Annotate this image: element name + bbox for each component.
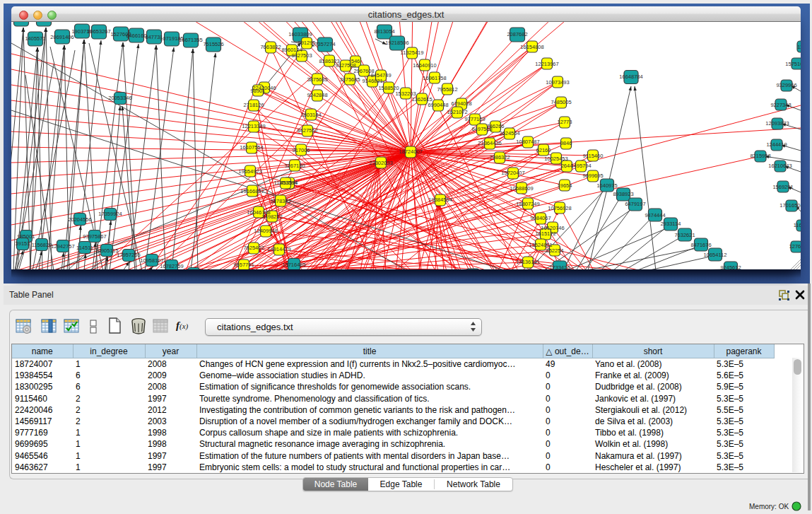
svg-text:14136141: 14136141	[516, 259, 539, 265]
svg-text:17957255: 17957255	[117, 252, 140, 258]
svg-text:3624554: 3624554	[499, 130, 519, 136]
svg-text:1156829: 1156829	[32, 242, 52, 248]
svg-text:14914479: 14914479	[267, 246, 290, 252]
svg-text:7485005: 7485005	[551, 99, 571, 105]
svg-text:116753: 116753	[794, 222, 801, 228]
svg-text:746266: 746266	[486, 123, 504, 129]
svg-text:10653267: 10653267	[87, 28, 110, 35]
svg-text:8938923: 8938923	[613, 191, 633, 197]
svg-text:15751074: 15751074	[785, 61, 801, 67]
svg-text:39151: 39151	[16, 240, 30, 247]
svg-text:3267130: 3267130	[284, 163, 305, 169]
svg-text:16782759: 16782759	[160, 263, 183, 269]
svg-text:7632621: 7632621	[674, 232, 695, 238]
svg-text:9329966: 9329966	[776, 82, 796, 88]
svg-text:7663822: 7663822	[260, 44, 281, 50]
svg-text:6479197: 6479197	[625, 201, 645, 207]
svg-text:20204556: 20204556	[68, 216, 91, 223]
svg-text:2718126: 2718126	[243, 102, 264, 108]
svg-text:917006: 917006	[292, 147, 310, 153]
svg-text:16033809: 16033809	[288, 31, 312, 37]
svg-text:252254: 252254	[546, 247, 563, 254]
svg-text:7515526: 7515526	[203, 41, 223, 47]
svg-text:9245612: 9245612	[720, 264, 741, 269]
svg-text:1112: 1112	[797, 44, 801, 50]
svg-text:114511: 114511	[76, 245, 93, 251]
svg-text:10756928: 10756928	[548, 205, 571, 211]
svg-text:12213389: 12213389	[242, 123, 265, 129]
svg-text:9227343: 9227343	[770, 102, 791, 108]
svg-text:16671355: 16671355	[179, 37, 202, 43]
svg-text:3498222: 3498222	[261, 214, 282, 220]
svg-text:20691406: 20691406	[50, 34, 73, 40]
svg-text:23302033: 23302033	[369, 160, 392, 166]
svg-text:19166827: 19166827	[240, 188, 264, 194]
svg-text:6466160: 6466160	[126, 33, 146, 39]
svg-text:985001: 985001	[17, 233, 35, 240]
svg-text:6990448: 6990448	[428, 102, 448, 108]
svg-text:8471676: 8471676	[690, 242, 711, 248]
svg-text:16154808: 16154808	[520, 44, 543, 50]
svg-text:11353594: 11353594	[274, 180, 298, 186]
svg-text:9846: 9846	[560, 140, 572, 146]
svg-text:19384554: 19384554	[428, 197, 452, 203]
svg-text:10654112: 10654112	[704, 252, 727, 258]
svg-text:8454749: 8454749	[370, 72, 391, 78]
svg-text:1405571: 1405571	[25, 35, 45, 42]
svg-text:9327503: 9327503	[291, 52, 312, 59]
svg-text:93975867: 93975867	[83, 233, 106, 240]
svg-text:18807249: 18807249	[516, 201, 539, 207]
svg-text:12905115: 12905115	[95, 247, 119, 254]
svg-text:62160: 62160	[536, 147, 551, 153]
svg-text:15716485: 15716485	[282, 262, 305, 268]
svg-text:7955812: 7955812	[437, 86, 457, 93]
svg-text:2803144: 2803144	[300, 112, 321, 118]
svg-text:7986322: 7986322	[489, 154, 510, 160]
svg-text:9146821: 9146821	[362, 78, 382, 84]
svg-text:2087682: 2087682	[507, 31, 527, 37]
svg-text:3875685: 3875685	[339, 76, 360, 83]
svg-text:19218506: 19218506	[385, 40, 408, 46]
svg-text:10688609: 10688609	[510, 185, 533, 192]
svg-text:1569291: 1569291	[772, 184, 793, 190]
svg-text:16961758: 16961758	[423, 75, 446, 81]
svg-text:6794028: 6794028	[451, 100, 471, 107]
svg-text:19654: 19654	[558, 182, 572, 189]
svg-text:18724007: 18724007	[399, 148, 422, 155]
svg-text:1733426: 1733426	[549, 264, 570, 269]
svg-text:8813054: 8813054	[374, 28, 394, 35]
svg-text:10025453: 10025453	[544, 156, 567, 162]
svg-text:12093873: 12093873	[765, 120, 789, 127]
svg-text:3875685: 3875685	[307, 76, 327, 83]
svg-text:10807487: 10807487	[516, 139, 539, 145]
svg-text:12213967: 12213967	[535, 61, 558, 67]
svg-text:1615172: 1615172	[535, 230, 555, 237]
svg-text:891295: 891295	[298, 40, 315, 46]
svg-text:9084067: 9084067	[530, 215, 551, 221]
svg-text:1244419: 1244419	[766, 141, 787, 148]
svg-text:21364436: 21364436	[478, 140, 501, 146]
svg-text:17016504: 17016504	[779, 202, 801, 209]
svg-text:16210643: 16210643	[768, 163, 792, 169]
svg-text:2933114: 2933114	[661, 221, 681, 227]
svg-text:12409948: 12409948	[254, 228, 277, 234]
svg-text:7357274: 7357274	[314, 41, 335, 47]
svg-text:1621072: 1621072	[447, 109, 467, 115]
svg-text:11325419: 11325419	[401, 49, 424, 56]
svg-text:9699695: 9699695	[582, 173, 603, 179]
svg-text:9242848: 9242848	[307, 92, 327, 98]
svg-text:9474444: 9474444	[645, 212, 665, 218]
svg-text:8215958: 8215958	[750, 153, 770, 159]
svg-text:9777169: 9777169	[464, 116, 485, 122]
svg-text:17359924: 17359924	[98, 211, 122, 217]
svg-text:9115460: 9115460	[583, 153, 604, 159]
svg-text:15720407: 15720407	[501, 170, 524, 176]
svg-text:1495794: 1495794	[570, 163, 591, 169]
svg-text:98901: 98901	[251, 88, 266, 94]
svg-text:12760: 12760	[789, 243, 801, 250]
svg-text:5878342: 5878342	[270, 198, 290, 204]
svg-text:9657791: 9657791	[233, 262, 254, 268]
svg-text:8427552: 8427552	[297, 127, 317, 134]
svg-text:546: 546	[351, 58, 360, 64]
svg-text:20053346: 20053346	[108, 95, 131, 101]
